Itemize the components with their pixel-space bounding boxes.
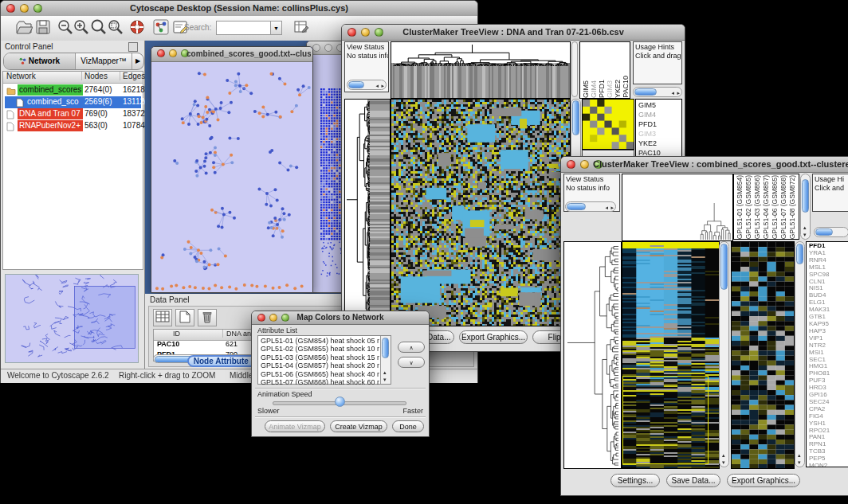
column-dendrogram-canvas[interactable]: [391, 41, 571, 99]
scroll-up-icon[interactable]: ▴: [798, 452, 801, 458]
col-id[interactable]: ID: [173, 330, 180, 338]
delete-attribute-button[interactable]: [198, 309, 217, 326]
scroll-right-icon[interactable]: ▸: [610, 205, 614, 210]
move-up-button[interactable]: ∧: [398, 342, 425, 353]
column-label[interactable]: GPL51-07 (GSM868): [779, 175, 788, 239]
attribute-item[interactable]: GPL51-06 (GSM865) heat shock 40 min: [259, 370, 379, 378]
row-dendrogram-canvas[interactable]: [344, 99, 391, 326]
network-view-window[interactable]: combined_scores_good.txt--cluste...: [151, 46, 313, 293]
scrollbar-thumb[interactable]: [802, 179, 809, 213]
export-graphics-button[interactable]: Export Graphics...: [459, 330, 528, 344]
float-panel-icon[interactable]: [128, 42, 138, 52]
settings-button[interactable]: Settings...: [610, 474, 660, 487]
usage-hints-h-scrollbar[interactable]: [814, 227, 848, 237]
network-row[interactable]: combined_scores 2764(0) 16218(0): [5, 84, 141, 96]
col-edges[interactable]: Edges: [120, 72, 145, 80]
column-label[interactable]: GPL51-03 (GSM856): [753, 175, 762, 239]
scroll-up-icon[interactable]: ▴: [383, 369, 387, 375]
gene-label[interactable]: GIM4: [638, 110, 681, 119]
birdseye-view[interactable]: [5, 274, 139, 363]
network-graph-canvas[interactable]: [152, 62, 312, 291]
minimize-button[interactable]: [324, 44, 332, 52]
minimize-button[interactable]: [169, 49, 177, 57]
new-attribute-button[interactable]: [175, 309, 194, 326]
select-attributes-button[interactable]: [153, 309, 172, 326]
scrollbar-thumb[interactable]: [815, 229, 833, 236]
tab-overflow-button[interactable]: ▶: [132, 53, 143, 69]
col-nodes[interactable]: Nodes: [81, 72, 108, 80]
scrollbar-thumb[interactable]: [796, 244, 803, 264]
speed-slider-thumb[interactable]: [335, 397, 345, 407]
attribute-browser-button[interactable]: [288, 18, 308, 38]
column-label[interactable]: GIM5: [582, 80, 590, 98]
export-graphics-button[interactable]: Export Graphics...: [727, 474, 800, 487]
network-row[interactable]: RNAPuberNov2+ 563(0) 107847(0): [5, 120, 141, 132]
heatmap-canvas[interactable]: [391, 99, 571, 326]
move-down-button[interactable]: ∨: [398, 357, 425, 368]
row-dendrogram-canvas[interactable]: [563, 241, 622, 469]
labels-v-scrollbar[interactable]: ▴ ▾: [800, 174, 811, 240]
scrollbar-thumb[interactable]: [720, 244, 728, 290]
done-button[interactable]: Done: [392, 420, 424, 432]
dendrogram-v-scrollbar[interactable]: [571, 41, 578, 97]
scroll-right-icon[interactable]: ▸: [381, 83, 384, 88]
scroll-up-icon[interactable]: ▴: [803, 225, 807, 230]
usage-hints-h-scrollbar[interactable]: ◂ ▸: [633, 87, 682, 97]
network-row[interactable]: DNA and Tran 07 769(0) 183728(0): [5, 108, 141, 120]
gene-label[interactable]: GIM5: [638, 100, 681, 110]
col-network[interactable]: Network: [6, 72, 36, 80]
column-label[interactable]: GPL51-01 (GSM854): [736, 175, 744, 239]
birdseye-canvas[interactable]: [6, 275, 138, 362]
gene-label[interactable]: GIM3: [638, 129, 681, 139]
attribute-item[interactable]: GPL51-02 (GSM855) heat shock 10 min: [259, 345, 379, 353]
gene-label[interactable]: MON2: [809, 463, 848, 467]
view-status-h-scrollbar[interactable]: ◂ ▸: [347, 80, 387, 90]
attribute-list-scrollbar[interactable]: ▴ ▾: [380, 336, 391, 384]
scroll-right-icon[interactable]: ▸: [677, 90, 680, 96]
scrollbar-thumb[interactable]: [382, 338, 389, 358]
column-label[interactable]: PFD1: [598, 80, 606, 98]
plugin-manager-button[interactable]: [147, 18, 168, 38]
column-label[interactable]: GPL51-02 (GSM855): [744, 175, 753, 239]
attribute-item[interactable]: GPL51-01 (GSM854) heat shock 05 min: [259, 337, 379, 345]
column-label[interactable]: GIM3: [606, 80, 614, 98]
main-titlebar[interactable]: Cytoscape Desktop (Session Name: collins…: [1, 1, 477, 17]
network-view-titlebar[interactable]: combined_scores_good.txt--cluste...: [151, 47, 312, 62]
view-status-h-scrollbar[interactable]: ◂ ▸: [565, 201, 616, 212]
gene-label[interactable]: PFD1: [638, 119, 681, 129]
column-label[interactable]: YKE2: [614, 80, 622, 98]
dialog-titlebar[interactable]: Map Colors to Network: [252, 311, 429, 325]
animate-vizmap-button[interactable]: Animate Vizmap: [265, 420, 325, 432]
search-input[interactable]: [216, 21, 273, 35]
treeview-dna-titlebar[interactable]: ClusterMaker TreeView : DNA and Tran 07-…: [342, 25, 685, 41]
column-label[interactable]: GIM4: [590, 80, 598, 98]
tab-network[interactable]: Network: [4, 53, 76, 69]
help-button[interactable]: [124, 18, 144, 38]
close-button[interactable]: [567, 160, 575, 169]
scroll-up-icon[interactable]: ▴: [722, 452, 725, 458]
attribute-item[interactable]: GPL51-07 (GSM868) heat shock 60 min: [259, 378, 379, 385]
zoom-heatmap-canvas[interactable]: [731, 241, 795, 469]
gene-label[interactable]: YKE2: [638, 139, 681, 148]
open-file-button[interactable]: [10, 18, 31, 38]
network-row-selected[interactable]: combined_sco 2569(6) 13112(15): [5, 96, 141, 108]
scroll-down-icon[interactable]: ▾: [803, 232, 807, 237]
scroll-down-icon[interactable]: ▾: [383, 377, 387, 382]
column-label[interactable]: GPL51-08 (GSM872): [788, 175, 797, 239]
column-label[interactable]: GPL51-04 (GSM857): [762, 175, 771, 239]
scroll-left-icon[interactable]: ◂: [375, 83, 379, 88]
treeview-combined-titlebar[interactable]: ClusterMaker TreeView : combined_scores_…: [561, 157, 848, 173]
scrollbar-thumb[interactable]: [634, 88, 657, 96]
scrollbar-thumb[interactable]: [572, 100, 579, 135]
close-button[interactable]: [157, 49, 165, 57]
heatmap-canvas[interactable]: [622, 241, 720, 469]
scrollbar-thumb[interactable]: [348, 81, 364, 88]
zoom-v-scrollbar[interactable]: ▴ ▾: [795, 241, 805, 467]
minimize-button[interactable]: [580, 160, 589, 169]
scroll-left-icon[interactable]: ◂: [605, 205, 608, 210]
column-label[interactable]: GPL51-06 (GSM865): [771, 175, 779, 239]
close-button[interactable]: [312, 44, 320, 52]
column-label[interactable]: PAC10: [622, 76, 630, 98]
scroll-down-icon[interactable]: ▾: [722, 459, 725, 465]
column-dendrogram-canvas[interactable]: [622, 174, 733, 241]
